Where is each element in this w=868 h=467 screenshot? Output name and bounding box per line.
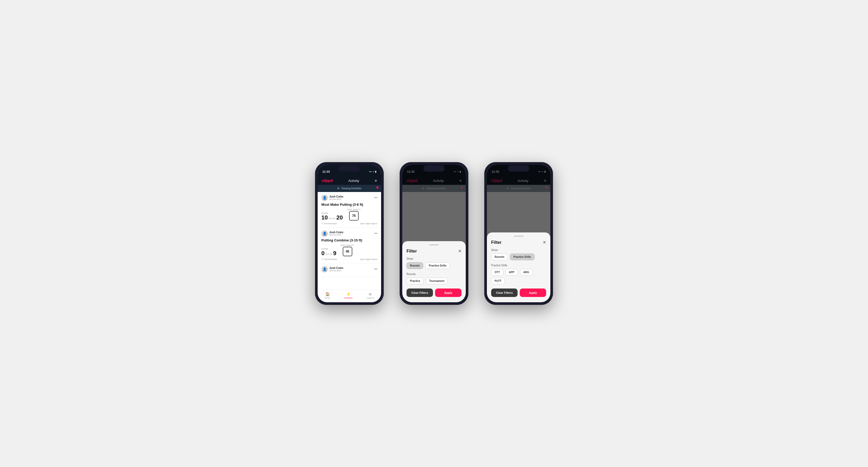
activities-label-1: Activities xyxy=(344,297,353,299)
capture-label-1: Capture xyxy=(367,297,374,299)
more-icon-1[interactable]: ••• xyxy=(374,196,377,200)
score-value-2: 0 xyxy=(321,250,324,256)
clear-filters-button-2[interactable]: Clear Filters xyxy=(406,288,433,297)
score-label-2: Score xyxy=(321,248,336,250)
score-group-1: Score 10 OUT OF 20 xyxy=(321,212,343,221)
close-icon-3[interactable]: ✕ xyxy=(543,240,546,245)
show-label-3: Show xyxy=(491,249,546,251)
close-icon-2[interactable]: ✕ xyxy=(458,249,462,254)
dynamic-island-3 xyxy=(508,165,529,172)
dynamic-island xyxy=(339,165,360,172)
stat-outof-1: 10 OUT OF 20 xyxy=(321,215,343,221)
info-text-2: Test Information xyxy=(324,258,337,260)
pill-app-3[interactable]: APP xyxy=(505,269,518,276)
pill-ott-3[interactable]: OTT xyxy=(491,269,503,276)
dynamic-island-2 xyxy=(424,165,444,172)
card-info-1: ⓘ Test Information xyxy=(321,222,337,225)
score-label-1: Score xyxy=(321,212,343,214)
user-name-3: Josh Coles xyxy=(329,267,343,270)
bottom-nav-1: 🏠 Home ⚡ Activities ⊕ Capture xyxy=(318,289,381,302)
logo-1: clippd xyxy=(322,179,333,183)
capture-icon-1: ⊕ xyxy=(369,292,372,296)
card-user-2: Josh Coles 28 Feb 2023 xyxy=(321,230,343,237)
clear-filters-button-3[interactable]: Clear Filters xyxy=(491,288,518,297)
card-stats-1: Score 10 OUT OF 20 Shot Quality 75 xyxy=(321,209,377,221)
filter-overlay-3: Filter ✕ Show Rounds Practice Drills Pra… xyxy=(487,165,550,302)
card-title-2: Putting Combine (3-15 ft) xyxy=(321,238,377,242)
sheet-handle-3 xyxy=(514,236,523,237)
pill-drills-3[interactable]: Practice Drills xyxy=(510,254,534,260)
signal-icon: ▪▪▪ xyxy=(369,170,372,173)
show-pills-2: Rounds Practice Drills xyxy=(406,262,462,269)
viewing-banner-1[interactable]: ⚙ Viewing Activities xyxy=(318,185,381,192)
rounds-section-2: Rounds Practice Tournament xyxy=(406,273,462,284)
home-label-1: Home xyxy=(324,297,330,299)
pill-rounds-3[interactable]: Rounds xyxy=(491,254,508,260)
card-user-3: Josh Coles 28 Feb 2023 xyxy=(321,266,343,272)
card-data-2: Data: Clippd Capture xyxy=(360,258,377,260)
score-group-2: Score 0 OUT OF 9 xyxy=(321,248,336,256)
phone-1-screen: 11:33 ▪▪▪ ⌁ ▮ clippd Activity ≡ ⚙ Viewin… xyxy=(318,165,381,302)
sq-group-2: Shot Quality 45 xyxy=(341,244,354,256)
pill-putt-3[interactable]: PUTT xyxy=(491,278,505,284)
filter-sheet-3: Filter ✕ Show Rounds Practice Drills Pra… xyxy=(487,232,550,302)
user-date-3: 28 Feb 2023 xyxy=(329,270,343,272)
card-user-info-1: Josh Coles 28 Feb 2023 xyxy=(329,195,343,200)
card-header-3: Josh Coles 28 Feb 2023 ••• xyxy=(321,266,377,272)
sq-label-1: Shot Quality xyxy=(347,209,361,211)
filter-title-2: Filter xyxy=(406,249,417,254)
phone-3-screen: 11:33 ▪▪▪ ⌁ ▮ clippd Activity ≡ ⚙ Viewin… xyxy=(487,165,550,302)
sheet-header-2: Filter ✕ xyxy=(406,249,462,254)
home-icon-1: 🏠 xyxy=(325,292,330,296)
red-dot-1 xyxy=(376,186,378,189)
filter-overlay-2: Filter ✕ Show Rounds Practice Drills Rou… xyxy=(402,165,466,302)
card-data-1: Data: Clippd Capture xyxy=(360,223,377,224)
activity-card-3: Josh Coles 28 Feb 2023 ••• xyxy=(318,263,381,277)
activity-card-1: Josh Coles 28 Feb 2023 ••• Must Make Put… xyxy=(318,192,381,228)
score-value-1: 10 xyxy=(321,215,328,221)
info-icon-1: ⓘ xyxy=(321,222,323,225)
apply-button-2[interactable]: Apply xyxy=(435,288,462,297)
pill-drills-2[interactable]: Practice Drills xyxy=(425,262,450,269)
activity-card-2: Josh Coles 28 Feb 2023 ••• Putting Combi… xyxy=(318,228,381,263)
card-footer-2: ⓘ Test Information Data: Clippd Capture xyxy=(321,258,377,260)
avatar-1 xyxy=(321,195,328,201)
pill-practice-2[interactable]: Practice xyxy=(406,278,424,284)
nav-capture-1[interactable]: ⊕ Capture xyxy=(367,292,374,299)
sq-badge-1: 75 xyxy=(349,211,359,221)
card-header-2: Josh Coles 28 Feb 2023 ••• xyxy=(321,230,377,237)
content-1: Josh Coles 28 Feb 2023 ••• Must Make Put… xyxy=(318,192,381,289)
card-user-1: Josh Coles 28 Feb 2023 xyxy=(321,195,343,201)
show-label-2: Show xyxy=(406,257,462,260)
info-text-1: Test Information xyxy=(324,223,337,224)
outof-text-2: OUT OF xyxy=(325,253,332,255)
card-user-info-2: Josh Coles 28 Feb 2023 xyxy=(329,231,343,236)
card-title-1: Must Make Putting (3-6 ft) xyxy=(321,203,377,207)
status-time-1: 11:33 xyxy=(322,170,330,173)
card-stats-2: Score 0 OUT OF 9 Shot Quality 45 xyxy=(321,244,377,256)
menu-icon-1[interactable]: ≡ xyxy=(375,179,377,183)
rounds-label-2: Rounds xyxy=(406,273,462,276)
user-date-1: 28 Feb 2023 xyxy=(329,198,343,200)
more-icon-2[interactable]: ••• xyxy=(374,232,377,235)
pill-tournament-2[interactable]: Tournament xyxy=(426,278,448,284)
sheet-header-3: Filter ✕ xyxy=(491,240,546,245)
apply-button-3[interactable]: Apply xyxy=(520,288,546,297)
nav-home-1[interactable]: 🏠 Home xyxy=(324,292,330,299)
shots-value-2: 9 xyxy=(333,250,336,256)
user-name-2: Josh Coles xyxy=(329,231,343,234)
stat-outof-2: 0 OUT OF 9 xyxy=(321,250,336,256)
more-icon-3[interactable]: ••• xyxy=(374,267,377,271)
pill-arg-3[interactable]: ARG xyxy=(520,269,533,276)
viewing-text-1: Viewing Activities xyxy=(341,187,362,190)
drills-section-3: Practice Drills OTT APP ARG PUTT xyxy=(491,264,546,284)
filter-title-3: Filter xyxy=(491,240,501,245)
nav-title-1: Activity xyxy=(348,179,359,183)
phone-2-screen: 11:33 ▪▪▪ ⌁ ▮ clippd Activity ≡ ⚙ Viewin… xyxy=(402,165,466,302)
nav-bar-1: clippd Activity ≡ xyxy=(318,176,381,185)
sheet-actions-2: Clear Filters Apply xyxy=(406,288,462,297)
nav-activities-1[interactable]: ⚡ Activities xyxy=(344,292,353,299)
phone-3: 11:33 ▪▪▪ ⌁ ▮ clippd Activity ≡ ⚙ Viewin… xyxy=(484,162,553,305)
avatar-3 xyxy=(321,266,328,272)
pill-rounds-2[interactable]: Rounds xyxy=(406,262,423,269)
